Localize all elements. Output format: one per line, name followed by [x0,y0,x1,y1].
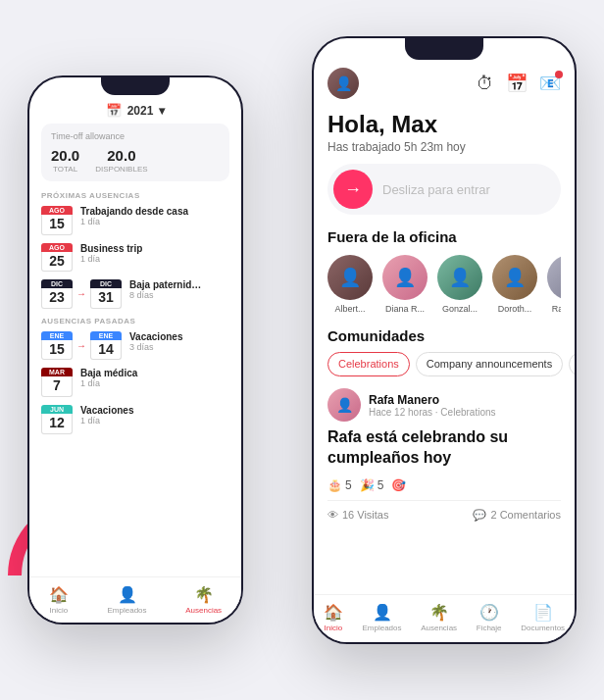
past-section-title: AUSENCIAS PASADAS [41,317,229,325]
eye-icon: 👁 [327,509,338,521]
name-gonzal: Gonzal... [442,304,478,314]
post-card: 👤 Rafa Manero Hace 12 horas · Celebratio… [314,388,575,522]
date-badge-1: AGO 15 [41,206,73,235]
person-diana: 👤 Diana R... [382,255,428,314]
month-tag-1: AGO [41,206,73,215]
absence-days-1: 1 día [80,217,188,226]
left-phone-content: 📅 2021 ▾ Time-off allowance 20.0 TOTAL 2… [29,95,241,434]
views-stat: 👁 16 Visitas [327,509,389,522]
tag-pr[interactable]: 🏆 Pr... [569,352,575,376]
time-tracking-icon[interactable]: ⏱ [477,74,494,94]
nav-documentos-right[interactable]: 📄 Documentos [521,603,565,632]
views-count: 16 Visitas [342,509,389,521]
month-tag-p1a: ENE [41,331,73,340]
worked-text: Has trabajado 5h 23m hoy [314,140,575,164]
name-diana: Diana R... [385,304,425,314]
slide-label: Desliza para entrar [382,182,490,197]
nav-inicio-right[interactable]: 🏠 Inicio [324,603,343,632]
comment-icon: 💬 [473,509,486,522]
documentos-icon-right: 📄 [533,603,553,622]
name-doroth: Doroth... [498,304,532,314]
nav-fichaje-label-right: Fichaje [477,624,502,632]
slide-button[interactable]: → [333,170,373,209]
home-icon-left: 🏠 [49,585,69,604]
nav-documentos-label-right: Documentos [521,624,565,632]
absence-item-baja: MAR 7 Baja médica 1 día [41,368,229,397]
absence-name-p2: Baja médica [80,368,137,378]
date-badge-3a: DIC 23 [41,279,73,309]
bottom-nav-right: 🏠 Inicio 👤 Empleados 🌴 Ausencias 🕐 Ficha… [314,594,575,642]
calendar-icon-right[interactable]: 📅 [506,73,528,94]
left-header: 📅 2021 ▾ [41,95,229,124]
user-avatar-header: 👤 [327,68,359,99]
absence-name-p3: Vacaciones [80,405,133,416]
cake-count: 5 [345,478,352,492]
slide-to-enter-bar[interactable]: → Desliza para entrar [327,164,561,215]
reaction-party: 🎉 5 [360,478,384,492]
tag-company-announcements[interactable]: Company announcements [416,352,563,376]
absence-days-2: 1 día [80,254,142,264]
day-num-p1b: 14 [90,340,122,361]
month-tag-3b: DIC [90,279,122,288]
absence-item-business: AGO 25 Business trip 1 día [41,243,229,273]
date-badge-p3: JUN 12 [41,405,73,434]
nav-inicio-left[interactable]: 🏠 Inicio [49,585,69,615]
nav-empleados-label-left: Empleados [108,606,147,615]
party-count: 5 [378,478,384,492]
person-rafa: 👤 Rafa M... [547,255,561,314]
person-doroth: 👤 Doroth... [492,255,537,314]
absence-info-p2: Baja médica 1 día [80,368,137,388]
notch-right [405,38,483,60]
out-of-office-avatars: 👤 Albert... 👤 Diana R... 👤 Gonzal... 👤 D… [327,255,561,314]
month-tag-3a: DIC [41,279,73,288]
target-emoji: 🎯 [391,478,406,492]
nav-inicio-label-right: Inicio [324,624,342,632]
user-avatar-face: 👤 [327,68,359,99]
total-value: 20.0 [51,147,79,164]
right-phone-content: 👤 ⏱ 📅 📧 Hola, Max Has trabajado 5h 23m h… [314,60,575,642]
avatar-diana: 👤 [382,255,428,300]
total-allowance: 20.0 TOTAL [51,147,79,174]
cake-emoji: 🎂 [327,478,342,492]
nav-fichaje-right[interactable]: 🕐 Fichaje [477,603,502,632]
absence-days-3: 8 días [129,290,201,300]
absence-name-p1: Vacaciones [129,331,182,342]
day-num-p3: 12 [41,414,73,434]
post-author-name: Rafa Manero [369,393,496,407]
community-tags: Celebrations Company announcements 🏆 Pr.… [314,352,575,376]
post-content: Rafa está celebrando su cumpleaños hoy [327,427,561,469]
nav-empleados-left[interactable]: 👤 Empleados [108,585,147,615]
nav-inicio-label-left: Inicio [49,606,68,615]
comments-count: 2 Comentarios [490,509,561,521]
day-num-p2: 7 [41,376,73,397]
nav-empleados-right[interactable]: 👤 Empleados [362,603,401,632]
total-label: TOTAL [53,165,77,174]
name-rafa: Rafa M... [552,304,561,314]
avatar-albert: 👤 [327,255,373,300]
date-range-past1: ENE 15 → ENE 14 [41,331,122,361]
absence-days-p1: 3 días [129,342,182,352]
post-author-row: 👤 Rafa Manero Hace 12 horas · Celebratio… [327,388,561,422]
bottom-nav-left: 🏠 Inicio 👤 Empleados 🌴 Ausencias [29,576,241,623]
notifications-icon[interactable]: 📧 [539,73,561,94]
allowance-bar: Time-off allowance 20.0 TOTAL 20.0 DISPO… [41,124,229,181]
tag-celebrations[interactable]: Celebrations [327,352,410,376]
day-num-2: 25 [41,252,73,273]
date-badge-p2: MAR 7 [41,368,73,397]
available-allowance: 20.0 DISPONIBLES [95,147,147,174]
date-range-3: DIC 23 → DIC 31 [41,279,122,309]
phone-left: 📅 2021 ▾ Time-off allowance 20.0 TOTAL 2… [27,75,243,625]
nav-ausencias-label-left: Ausencias [185,606,222,615]
person-albert: 👤 Albert... [327,255,373,314]
day-num-3b: 31 [90,288,122,309]
date-badge-p1b: ENE 14 [90,331,122,361]
date-badge-p1a: ENE 15 [41,331,73,361]
fichaje-icon-right: 🕐 [479,603,499,622]
out-of-office-title: Fuera de la oficina [327,228,561,245]
nav-ausencias-right[interactable]: 🌴 Ausencias [421,603,457,632]
phone-right: 👤 ⏱ 📅 📧 Hola, Max Has trabajado 5h 23m h… [312,36,577,644]
chevron-icon: ▾ [159,104,165,118]
avatar-rafa: 👤 [547,255,561,300]
nav-ausencias-left[interactable]: 🌴 Ausencias [185,585,222,615]
day-num-1: 15 [41,215,73,235]
